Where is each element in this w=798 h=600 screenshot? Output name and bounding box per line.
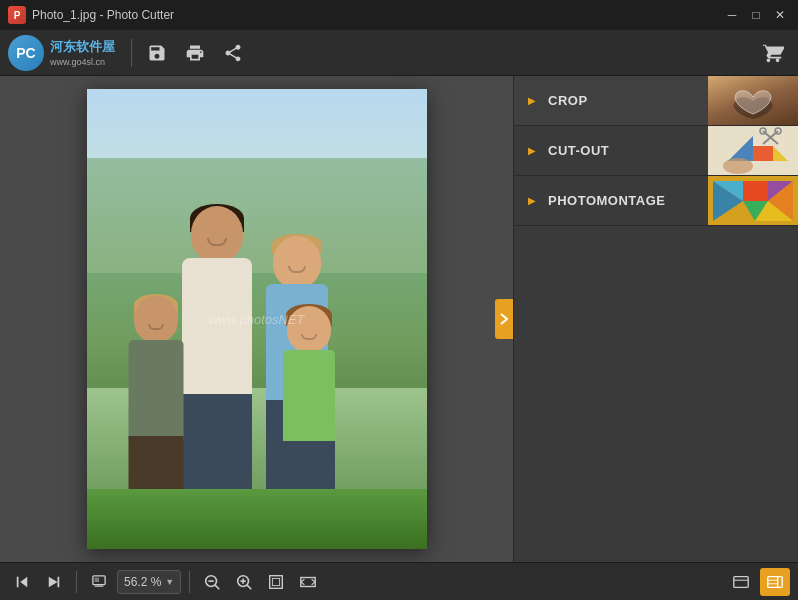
svg-line-22 — [215, 585, 219, 589]
zoom-in-button[interactable] — [230, 568, 258, 596]
panel-toggle-button[interactable] — [760, 568, 790, 596]
close-button[interactable]: ✕ — [770, 5, 790, 25]
chevron-right-icon — [500, 313, 508, 325]
save-button[interactable] — [140, 36, 174, 70]
nav-next-button[interactable] — [40, 568, 68, 596]
window-title: Photo_1.jpg - Photo Cutter — [32, 8, 174, 22]
photomontage-thumbnail — [708, 176, 798, 226]
crop-thumb-icon — [723, 81, 783, 121]
svg-line-26 — [247, 585, 251, 589]
svg-rect-27 — [270, 575, 283, 588]
cutout-thumbnail — [708, 126, 798, 176]
svg-rect-12 — [743, 181, 768, 201]
photomontage-label: PHOTOMONTAGE — [548, 193, 708, 208]
right-panel: ▶ CROP — [513, 76, 798, 562]
mom-head — [273, 236, 321, 288]
app-icon: P — [8, 6, 26, 24]
maximize-button[interactable]: □ — [746, 5, 766, 25]
share-button[interactable] — [216, 36, 250, 70]
panel-expand-arrow[interactable] — [495, 299, 513, 339]
nav-first-button[interactable] — [8, 568, 36, 596]
svg-rect-18 — [95, 577, 99, 581]
zoom-out-button[interactable] — [198, 568, 226, 596]
svg-point-4 — [723, 158, 753, 174]
bottom-separator-1 — [76, 571, 77, 593]
boy-head — [134, 296, 178, 342]
print-icon — [185, 43, 205, 63]
crop-thumbnail — [708, 76, 798, 126]
zoom-out-icon — [203, 573, 221, 591]
title-bar: P Photo_1.jpg - Photo Cutter ─ □ ✕ — [0, 0, 798, 30]
bottom-bar: 56.2 % ▼ — [0, 562, 798, 600]
panel-item-photomontage[interactable]: ▶ PHOTOMONTAGE — [514, 176, 798, 226]
toolbar-right — [756, 36, 790, 70]
page-thumb-icon — [91, 575, 107, 589]
fit-page-icon — [267, 573, 285, 591]
girl-body — [283, 350, 335, 445]
toolbar-separator-1 — [131, 39, 132, 67]
share-icon — [223, 43, 243, 63]
photo-container: www.photosNET — [87, 89, 427, 549]
grass-ground — [87, 489, 427, 549]
svg-rect-2 — [753, 146, 773, 161]
fit-width-button[interactable] — [294, 568, 322, 596]
svg-rect-36 — [768, 576, 782, 587]
zoom-in-icon — [235, 573, 253, 591]
nav-first-icon — [15, 575, 29, 589]
dad-head — [191, 206, 243, 262]
svg-rect-34 — [734, 576, 748, 587]
fullscreen-button[interactable] — [726, 568, 756, 596]
photomontage-thumb-graphic — [708, 176, 798, 226]
girl-head — [287, 306, 331, 352]
panel-toggle-icon — [766, 573, 784, 591]
panel-empty-space — [514, 226, 798, 562]
cart-icon — [762, 42, 784, 64]
cart-button[interactable] — [756, 36, 790, 70]
fit-width-icon — [299, 573, 317, 591]
svg-rect-28 — [273, 578, 280, 585]
bottom-right-tools — [726, 568, 790, 596]
nav-next-icon — [47, 575, 61, 589]
fullscreen-icon — [732, 573, 750, 591]
dad-body — [182, 258, 252, 398]
page-thumb-button[interactable] — [85, 568, 113, 596]
title-bar-controls: ─ □ ✕ — [722, 5, 790, 25]
bottom-separator-2 — [189, 571, 190, 593]
title-bar-left: P Photo_1.jpg - Photo Cutter — [8, 6, 174, 24]
boy-body — [128, 340, 183, 440]
cutout-arrow-icon: ▶ — [524, 143, 540, 159]
photomontage-arrow-icon: ▶ — [524, 193, 540, 209]
svg-rect-29 — [301, 577, 315, 586]
cutout-thumb-graphic — [708, 126, 798, 176]
print-button[interactable] — [178, 36, 212, 70]
panel-item-crop[interactable]: ▶ CROP — [514, 76, 798, 126]
zoom-dropdown-icon: ▼ — [165, 577, 174, 587]
toolbar: PC 河东软件屋 www.go4sl.cn — [0, 30, 798, 76]
svg-rect-19 — [95, 585, 104, 586]
zoom-level: 56.2 % — [124, 575, 161, 589]
panel-item-cutout[interactable]: ▶ CUT-OUT — [514, 126, 798, 176]
main-content: www.photosNET ▶ CROP — [0, 76, 798, 562]
fit-page-button[interactable] — [262, 568, 290, 596]
save-icon — [147, 43, 167, 63]
app-name: 河东软件屋 www.go4sl.cn — [50, 38, 115, 67]
crop-arrow-icon: ▶ — [524, 93, 540, 109]
app-logo: PC — [8, 35, 44, 71]
cutout-label: CUT-OUT — [548, 143, 708, 158]
minimize-button[interactable]: ─ — [722, 5, 742, 25]
crop-label: CROP — [548, 93, 708, 108]
photo-image: www.photosNET — [87, 89, 427, 549]
zoom-control[interactable]: 56.2 % ▼ — [117, 570, 181, 594]
canvas-area: www.photosNET — [0, 76, 513, 562]
